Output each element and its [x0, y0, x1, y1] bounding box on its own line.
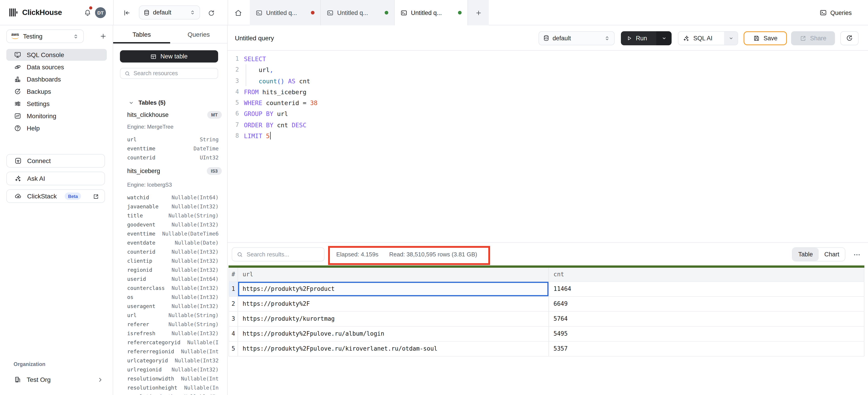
sql-editor[interactable]: 1SELECT2 url,3 count() AS cnt4FROM hits_…	[228, 51, 868, 242]
column-row[interactable]: resolutionwidthNullable(Int	[127, 374, 219, 383]
cnt-cell[interactable]: 6649	[549, 297, 864, 311]
notifications-bell-icon[interactable]	[84, 9, 91, 17]
url-cell[interactable]: https://produkty%2F	[238, 297, 549, 311]
url-cell[interactable]: https://produkty%2Fpulove.ru/album/login	[238, 327, 549, 341]
row-number-cell[interactable]: 2	[228, 297, 238, 311]
column-type: Nullable(Int64)	[172, 276, 219, 282]
resource-search-input[interactable]	[133, 70, 214, 77]
column-row[interactable]: eventtimeDateTime	[127, 144, 219, 153]
row-number-cell[interactable]: 3	[228, 311, 238, 326]
column-row[interactable]: regionidNullable(Int32)	[127, 265, 219, 275]
row-number-cell[interactable]: 4	[228, 327, 238, 341]
column-row[interactable]: refererNullable(String)	[127, 320, 219, 329]
results-header-cell[interactable]: cnt	[549, 267, 864, 281]
table-item-hits-iceberg[interactable]: hits_iceberg IS3	[127, 167, 222, 175]
connect-button[interactable]: Connect	[6, 154, 105, 168]
home-icon[interactable]	[235, 9, 242, 17]
column-row[interactable]: urlString	[127, 135, 219, 144]
column-row[interactable]: resolutionheightNullable(In	[127, 383, 219, 392]
column-row[interactable]: eventtimeNullable(DateTime6	[127, 229, 219, 238]
new-table-button[interactable]: New table	[120, 50, 218, 62]
results-search-input[interactable]	[247, 251, 319, 258]
plus-icon	[475, 9, 482, 16]
cnt-cell[interactable]: 5495	[549, 327, 864, 341]
tab-untitled-query-2[interactable]: Untitled q...	[321, 0, 395, 25]
column-row[interactable]: useragentNullable(Int32)	[127, 302, 219, 311]
column-row[interactable]: watchidNullable(Int64)	[127, 193, 219, 202]
new-tab-button[interactable]	[468, 0, 489, 25]
cnt-cell[interactable]: 5764	[549, 311, 864, 326]
column-type: Nullable(Int	[181, 348, 219, 355]
sidebar-item-help[interactable]: Help	[6, 122, 107, 134]
resource-search[interactable]	[120, 68, 218, 79]
refresh-icon[interactable]	[208, 9, 215, 17]
results-more-menu[interactable]	[853, 251, 861, 259]
column-row[interactable]: urlregionidNullable(Int32)	[127, 365, 219, 374]
url-cell[interactable]: https://produkty%2Fpulove.ru/kiroverlane…	[238, 341, 549, 356]
sidebar-item-sql-console[interactable]: SQL Console	[6, 49, 107, 61]
tables-group-header[interactable]: Tables (5)	[128, 99, 165, 106]
results-search[interactable]	[232, 247, 324, 261]
building-icon	[14, 376, 21, 383]
query-history-button[interactable]	[840, 31, 859, 45]
cnt-cell[interactable]: 5357	[549, 341, 864, 356]
chevron-updown-icon	[604, 35, 610, 41]
cnt-cell[interactable]: 11464	[549, 282, 864, 296]
column-row[interactable]: isrefreshNullable(Int32)	[127, 329, 219, 338]
column-row[interactable]: titleNullable(String)	[127, 211, 219, 220]
column-row[interactable]: eventdateNullable(Date)	[127, 238, 219, 247]
sidebar-item-monitoring[interactable]: Monitoring	[6, 110, 107, 122]
sidebar-item-dashboards[interactable]: Dashboards	[6, 74, 107, 85]
collapse-sidebar-icon[interactable]	[123, 9, 131, 17]
sidebar-item-data-sources[interactable]: Data sources	[6, 61, 107, 73]
column-name: resolutionwidth	[127, 375, 174, 382]
clickhouse-logo[interactable]: ClickHouse	[9, 8, 62, 17]
row-number-cell[interactable]: 1	[228, 282, 238, 296]
run-button[interactable]: Run	[621, 31, 656, 45]
view-chart-button[interactable]: Chart	[819, 248, 845, 261]
tab-queries[interactable]: Queries	[170, 25, 227, 43]
sql-ai-options-button[interactable]	[724, 31, 738, 45]
ask-ai-button[interactable]: Ask AI	[6, 172, 105, 185]
editor-database-selector[interactable]: default	[538, 31, 615, 45]
sidebar-item-settings[interactable]: Settings	[6, 98, 107, 110]
column-row[interactable]: osNullable(Int32)	[127, 293, 219, 302]
add-service-button[interactable]	[99, 32, 107, 40]
organization-item[interactable]: Test Org	[6, 373, 107, 386]
column-row[interactable]: referercategoryidNullable(I	[127, 338, 219, 347]
column-row[interactable]: goodeventNullable(Int32)	[127, 220, 219, 229]
save-floppy-icon	[753, 35, 760, 41]
tab-tables[interactable]: Tables	[113, 25, 170, 43]
run-options-button[interactable]	[656, 31, 672, 45]
column-row[interactable]: useridNullable(Int64)	[127, 275, 219, 284]
url-cell[interactable]: https://produkty/kurortmag	[238, 311, 549, 326]
column-name: counterid	[127, 154, 155, 161]
tab-untitled-query-1[interactable]: Untitled q...	[250, 0, 321, 25]
column-row[interactable]: resolutiondepthNullable(In	[127, 392, 219, 395]
column-row[interactable]: counteridUInt32	[127, 153, 219, 162]
row-number-cell[interactable]: 5	[228, 341, 238, 356]
sidebar-item-backups[interactable]: Backups	[6, 86, 107, 97]
avatar[interactable]: DT	[95, 7, 106, 18]
view-table-button[interactable]: Table	[793, 248, 819, 261]
database-selector[interactable]: default	[139, 5, 200, 20]
column-row[interactable]: urlNullable(String)	[127, 311, 219, 320]
queries-button[interactable]: Queries	[815, 5, 856, 20]
save-button[interactable]: Save	[744, 31, 787, 45]
clickstack-button[interactable]: ClickStack Beta	[6, 189, 105, 203]
column-row[interactable]: counteridNullable(Int32)	[127, 247, 219, 256]
table-item-hits-clickhouse[interactable]: hits_clickhouse MT	[127, 111, 222, 119]
tab-untitled-query-3-active[interactable]: Untitled q...	[395, 0, 468, 25]
results-header-cell[interactable]: url	[238, 267, 549, 281]
url-cell[interactable]: https://produkty%2Fproduct	[238, 282, 549, 296]
column-row[interactable]: refererregionidNullable(Int	[127, 347, 219, 356]
column-row[interactable]: urlcategoryidNullable(Int32	[127, 356, 219, 365]
column-row[interactable]: javaenableNullable(Int32)	[127, 202, 219, 211]
column-row[interactable]: clientipNullable(Int32)	[127, 256, 219, 265]
share-button-disabled[interactable]: Share	[791, 31, 835, 45]
query-title[interactable]: Untitled query	[235, 34, 274, 42]
results-header-cell[interactable]: #	[228, 267, 238, 281]
service-selector[interactable]: aws Testing	[6, 29, 84, 43]
sql-ai-button[interactable]: SQL AI	[678, 31, 738, 45]
column-row[interactable]: counterclassNullable(Int32)	[127, 284, 219, 293]
